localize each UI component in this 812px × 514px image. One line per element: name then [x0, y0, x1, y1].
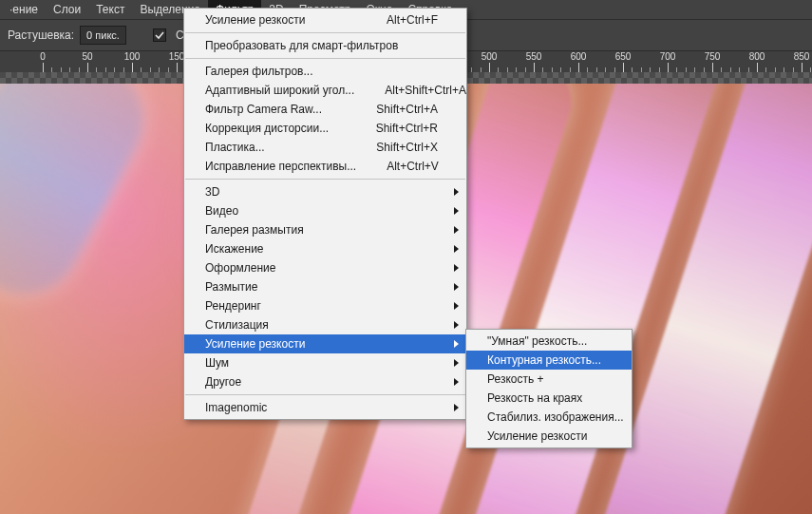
filter-menu: Усиление резкостиAlt+Ctrl+FПреобразовать…: [183, 8, 467, 420]
ruler-label: 600: [571, 51, 587, 62]
menu-item-label: Оформление: [205, 261, 438, 275]
menu-item-label: "Умная" резкость...: [487, 334, 603, 348]
menu-item-shortcut: Shift+Ctrl+X: [376, 141, 438, 154]
menubar-item[interactable]: ·ение: [2, 0, 46, 19]
chevron-right-icon: [454, 302, 459, 310]
menu-separator: [185, 58, 465, 59]
chevron-right-icon: [454, 359, 459, 367]
menu-item-label: Пластика...: [205, 141, 346, 154]
menu-item-label: Стабилиз. изображения...: [487, 410, 624, 424]
menu-separator: [185, 394, 465, 395]
filter-menu-item[interactable]: Фильтр Camera Raw...Shift+Ctrl+A: [184, 100, 466, 119]
ruler-label: 100: [124, 51, 141, 62]
menu-item-label: Усиление резкости: [205, 13, 356, 27]
menu-item-shortcut: Shift+Ctrl+A: [376, 103, 438, 116]
sharpen-menu-item[interactable]: Контурная резкость...: [466, 351, 632, 370]
menu-item-label: Галерея размытия: [205, 223, 438, 237]
feather-input[interactable]: 0 пикс.: [80, 26, 126, 45]
menu-item-label: Галерея фильтров...: [205, 65, 438, 78]
filter-menu-item[interactable]: Imagenomic: [184, 398, 466, 417]
ruler-label: 800: [749, 51, 765, 62]
chevron-right-icon: [454, 340, 459, 348]
filter-menu-item[interactable]: Шум: [184, 353, 466, 372]
filter-menu-item[interactable]: Рендеринг: [184, 296, 466, 315]
menu-item-label: Размытие: [205, 280, 438, 294]
menu-item-shortcut: Shift+Ctrl+R: [376, 122, 438, 135]
chevron-right-icon: [454, 378, 459, 386]
menu-item-label: Видео: [205, 204, 438, 218]
filter-menu-item[interactable]: Оформление: [184, 258, 466, 277]
chevron-right-icon: [454, 264, 459, 272]
filter-menu-item[interactable]: 3D: [184, 182, 466, 201]
filter-menu-item[interactable]: Размытие: [184, 277, 466, 296]
menubar-item[interactable]: Слои: [46, 0, 88, 19]
menu-item-label: Рендеринг: [205, 299, 438, 313]
filter-menu-item[interactable]: Преобразовать для смарт-фильтров: [184, 36, 466, 55]
sharpen-menu-item[interactable]: Стабилиз. изображения...: [466, 408, 632, 427]
filter-menu-item[interactable]: Галерея фильтров...: [184, 62, 466, 81]
filter-menu-item[interactable]: Пластика...Shift+Ctrl+X: [184, 138, 466, 157]
menu-separator: [185, 32, 465, 33]
menu-item-label: Фильтр Camera Raw...: [205, 103, 346, 116]
filter-menu-item[interactable]: Другое: [184, 372, 466, 391]
chevron-right-icon: [454, 321, 459, 329]
ruler-label: 500: [482, 51, 498, 62]
filter-menu-item[interactable]: Адаптивный широкий угол...Alt+Shift+Ctrl…: [184, 81, 466, 100]
filter-menu-item[interactable]: Усиление резкостиAlt+Ctrl+F: [184, 10, 466, 29]
ruler-label: 850: [794, 51, 810, 62]
menu-item-label: Адаптивный широкий угол...: [205, 84, 354, 97]
menu-item-shortcut: Alt+Ctrl+F: [387, 13, 438, 27]
ruler-label: 700: [660, 51, 676, 62]
menu-item-label: Искажение: [205, 242, 438, 256]
menu-item-label: Исправление перспективы...: [205, 160, 356, 173]
menu-item-label: Контурная резкость...: [487, 353, 603, 367]
sharpen-submenu: "Умная" резкость...Контурная резкость...…: [465, 329, 633, 448]
chevron-right-icon: [454, 207, 459, 215]
chevron-right-icon: [454, 245, 459, 253]
chevron-right-icon: [454, 404, 459, 411]
sharpen-menu-item[interactable]: "Умная" резкость...: [466, 332, 632, 351]
sharpen-menu-item[interactable]: Резкость +: [466, 370, 632, 389]
filter-menu-item[interactable]: Стилизация: [184, 315, 466, 334]
antialias-checkbox[interactable]: [153, 29, 166, 42]
ruler-label: 650: [615, 51, 632, 62]
ruler-label: 550: [526, 51, 542, 62]
filter-menu-item[interactable]: Галерея размытия: [184, 220, 466, 239]
chevron-right-icon: [454, 188, 459, 196]
menu-item-label: 3D: [205, 185, 438, 199]
menu-item-label: Усиление резкости: [205, 337, 438, 351]
menu-separator: [185, 179, 465, 180]
ruler-label: 150: [169, 51, 185, 62]
chevron-right-icon: [454, 226, 459, 234]
filter-menu-item[interactable]: Исправление перспективы...Alt+Ctrl+V: [184, 157, 466, 176]
menu-item-shortcut: Alt+Ctrl+V: [387, 160, 439, 173]
menu-item-label: Усиление резкости: [487, 429, 603, 443]
chevron-right-icon: [454, 283, 459, 291]
feather-label: Растушевка:: [8, 29, 74, 42]
ruler-label: 0: [40, 51, 46, 62]
ruler-label: 750: [705, 51, 721, 62]
filter-menu-item[interactable]: Усиление резкости: [184, 334, 466, 353]
sharpen-menu-item[interactable]: Усиление резкости: [466, 427, 632, 446]
menu-item-label: Резкость на краях: [487, 391, 603, 405]
menu-item-label: Преобразовать для смарт-фильтров: [205, 39, 438, 52]
filter-menu-item[interactable]: Видео: [184, 201, 466, 220]
menu-item-label: Imagenomic: [205, 401, 438, 414]
menu-item-label: Коррекция дисторсии...: [205, 122, 346, 135]
menu-item-label: Стилизация: [205, 318, 438, 332]
menu-item-shortcut: Alt+Shift+Ctrl+A: [385, 84, 466, 97]
menu-item-label: Резкость +: [487, 372, 603, 386]
ruler-label: 50: [82, 51, 92, 62]
menubar-item[interactable]: Текст: [88, 0, 132, 19]
filter-menu-item[interactable]: Коррекция дисторсии...Shift+Ctrl+R: [184, 119, 466, 138]
menu-item-label: Шум: [205, 356, 438, 370]
sharpen-menu-item[interactable]: Резкость на краях: [466, 389, 632, 408]
filter-menu-item[interactable]: Искажение: [184, 239, 466, 258]
menu-item-label: Другое: [205, 375, 438, 389]
